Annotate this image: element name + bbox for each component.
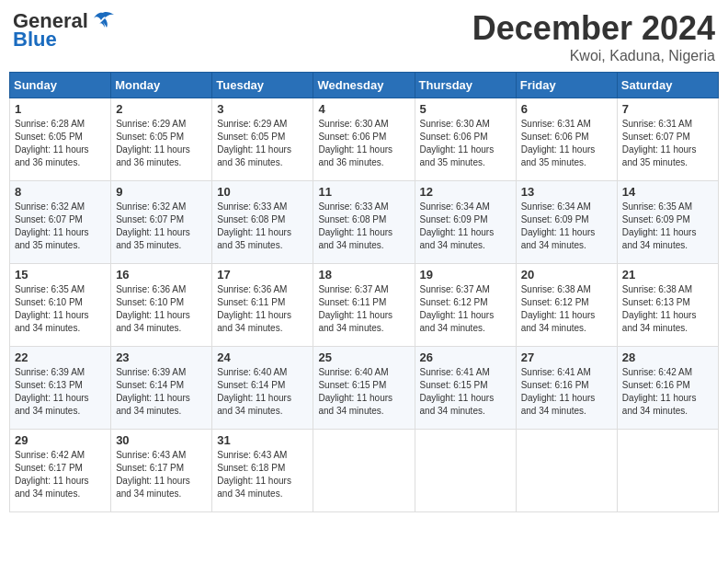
day-number: 8 xyxy=(15,185,106,199)
calendar-day-cell: 5 Sunrise: 6:30 AM Sunset: 6:06 PM Dayli… xyxy=(415,98,516,181)
calendar-day-cell: 27 Sunrise: 6:41 AM Sunset: 6:16 PM Dayl… xyxy=(516,347,617,430)
calendar-day-cell: 30 Sunrise: 6:43 AM Sunset: 6:17 PM Dayl… xyxy=(111,430,212,512)
day-of-week-header: Thursday xyxy=(415,73,516,98)
calendar-day-cell: 31 Sunrise: 6:43 AM Sunset: 6:18 PM Dayl… xyxy=(212,430,313,512)
day-info: Sunrise: 6:31 AM Sunset: 6:07 PM Dayligh… xyxy=(622,118,713,169)
day-info: Sunrise: 6:32 AM Sunset: 6:07 PM Dayligh… xyxy=(15,201,106,252)
day-info: Sunrise: 6:37 AM Sunset: 6:11 PM Dayligh… xyxy=(318,283,409,335)
calendar-day-cell: 22 Sunrise: 6:39 AM Sunset: 6:13 PM Dayl… xyxy=(10,347,111,430)
day-info: Sunrise: 6:42 AM Sunset: 6:17 PM Dayligh… xyxy=(15,449,106,500)
day-info: Sunrise: 6:34 AM Sunset: 6:09 PM Dayligh… xyxy=(521,201,612,252)
calendar-day-cell: 24 Sunrise: 6:40 AM Sunset: 6:14 PM Dayl… xyxy=(212,347,313,430)
day-number: 27 xyxy=(521,350,612,364)
calendar-day-cell: 29 Sunrise: 6:42 AM Sunset: 6:17 PM Dayl… xyxy=(10,430,111,512)
day-number: 17 xyxy=(217,268,308,282)
calendar-day-cell: 16 Sunrise: 6:36 AM Sunset: 6:10 PM Dayl… xyxy=(111,264,212,347)
calendar-day-cell: 12 Sunrise: 6:34 AM Sunset: 6:09 PM Dayl… xyxy=(415,181,516,264)
calendar-day-cell xyxy=(516,430,617,512)
day-info: Sunrise: 6:36 AM Sunset: 6:11 PM Dayligh… xyxy=(217,283,308,335)
day-info: Sunrise: 6:43 AM Sunset: 6:18 PM Dayligh… xyxy=(217,449,308,500)
day-info: Sunrise: 6:32 AM Sunset: 6:07 PM Dayligh… xyxy=(116,201,207,252)
calendar-day-cell: 15 Sunrise: 6:35 AM Sunset: 6:10 PM Dayl… xyxy=(10,264,111,347)
calendar-day-cell: 26 Sunrise: 6:41 AM Sunset: 6:15 PM Dayl… xyxy=(415,347,516,430)
calendar-day-cell: 25 Sunrise: 6:40 AM Sunset: 6:15 PM Dayl… xyxy=(313,347,415,430)
calendar-day-cell: 3 Sunrise: 6:29 AM Sunset: 6:05 PM Dayli… xyxy=(212,98,313,181)
day-number: 19 xyxy=(420,268,511,282)
day-number: 21 xyxy=(622,268,713,282)
day-number: 5 xyxy=(420,102,511,116)
day-number: 30 xyxy=(116,433,207,447)
day-info: Sunrise: 6:30 AM Sunset: 6:06 PM Dayligh… xyxy=(318,118,409,169)
day-info: Sunrise: 6:42 AM Sunset: 6:16 PM Dayligh… xyxy=(622,366,713,418)
day-info: Sunrise: 6:41 AM Sunset: 6:16 PM Dayligh… xyxy=(521,366,612,418)
day-of-week-header: Monday xyxy=(111,73,212,98)
calendar-day-cell: 13 Sunrise: 6:34 AM Sunset: 6:09 PM Dayl… xyxy=(516,181,617,264)
calendar-day-cell: 18 Sunrise: 6:37 AM Sunset: 6:11 PM Dayl… xyxy=(313,264,415,347)
calendar-day-cell: 9 Sunrise: 6:32 AM Sunset: 6:07 PM Dayli… xyxy=(111,181,212,264)
location: Kwoi, Kaduna, Nigeria xyxy=(472,48,715,64)
day-info: Sunrise: 6:40 AM Sunset: 6:14 PM Dayligh… xyxy=(217,366,308,418)
day-info: Sunrise: 6:33 AM Sunset: 6:08 PM Dayligh… xyxy=(318,201,409,252)
day-info: Sunrise: 6:39 AM Sunset: 6:14 PM Dayligh… xyxy=(116,366,207,418)
day-number: 18 xyxy=(318,268,409,282)
calendar-day-cell: 6 Sunrise: 6:31 AM Sunset: 6:06 PM Dayli… xyxy=(516,98,617,181)
day-info: Sunrise: 6:29 AM Sunset: 6:05 PM Dayligh… xyxy=(217,118,308,169)
day-of-week-header: Tuesday xyxy=(212,73,313,98)
day-number: 25 xyxy=(318,350,409,364)
day-number: 22 xyxy=(15,350,106,364)
day-number: 14 xyxy=(622,185,713,199)
calendar-day-cell: 4 Sunrise: 6:30 AM Sunset: 6:06 PM Dayli… xyxy=(313,98,415,181)
day-number: 15 xyxy=(15,268,106,282)
calendar-header-row: SundayMondayTuesdayWednesdayThursdayFrid… xyxy=(10,73,719,98)
month-title: December 2024 xyxy=(472,9,715,48)
calendar-day-cell: 19 Sunrise: 6:37 AM Sunset: 6:12 PM Dayl… xyxy=(415,264,516,347)
day-number: 12 xyxy=(420,185,511,199)
day-info: Sunrise: 6:28 AM Sunset: 6:05 PM Dayligh… xyxy=(15,118,106,169)
logo-bird-icon xyxy=(90,11,116,31)
day-info: Sunrise: 6:29 AM Sunset: 6:05 PM Dayligh… xyxy=(116,118,207,169)
calendar-week-row: 8 Sunrise: 6:32 AM Sunset: 6:07 PM Dayli… xyxy=(10,181,719,264)
day-info: Sunrise: 6:30 AM Sunset: 6:06 PM Dayligh… xyxy=(420,118,511,169)
calendar-day-cell xyxy=(415,430,516,512)
calendar-day-cell xyxy=(617,430,718,512)
calendar-day-cell: 14 Sunrise: 6:35 AM Sunset: 6:09 PM Dayl… xyxy=(617,181,718,264)
day-number: 3 xyxy=(217,102,308,116)
calendar-table: SundayMondayTuesdayWednesdayThursdayFrid… xyxy=(9,72,719,512)
logo: General Blue xyxy=(13,9,116,52)
calendar-day-cell: 8 Sunrise: 6:32 AM Sunset: 6:07 PM Dayli… xyxy=(10,181,111,264)
day-info: Sunrise: 6:39 AM Sunset: 6:13 PM Dayligh… xyxy=(15,366,106,418)
page-header: General Blue December 2024 Kwoi, Kaduna,… xyxy=(9,9,719,64)
day-info: Sunrise: 6:37 AM Sunset: 6:12 PM Dayligh… xyxy=(420,283,511,335)
calendar-week-row: 22 Sunrise: 6:39 AM Sunset: 6:13 PM Dayl… xyxy=(10,347,719,430)
day-info: Sunrise: 6:33 AM Sunset: 6:08 PM Dayligh… xyxy=(217,201,308,252)
calendar-day-cell: 20 Sunrise: 6:38 AM Sunset: 6:12 PM Dayl… xyxy=(516,264,617,347)
day-number: 20 xyxy=(521,268,612,282)
day-number: 26 xyxy=(420,350,511,364)
calendar-day-cell: 11 Sunrise: 6:33 AM Sunset: 6:08 PM Dayl… xyxy=(313,181,415,264)
day-info: Sunrise: 6:36 AM Sunset: 6:10 PM Dayligh… xyxy=(116,283,207,335)
calendar-day-cell: 7 Sunrise: 6:31 AM Sunset: 6:07 PM Dayli… xyxy=(617,98,718,181)
title-block: December 2024 Kwoi, Kaduna, Nigeria xyxy=(472,9,715,64)
calendar-day-cell: 1 Sunrise: 6:28 AM Sunset: 6:05 PM Dayli… xyxy=(10,98,111,181)
day-number: 29 xyxy=(15,433,106,447)
calendar-day-cell: 28 Sunrise: 6:42 AM Sunset: 6:16 PM Dayl… xyxy=(617,347,718,430)
calendar-day-cell: 23 Sunrise: 6:39 AM Sunset: 6:14 PM Dayl… xyxy=(111,347,212,430)
day-info: Sunrise: 6:41 AM Sunset: 6:15 PM Dayligh… xyxy=(420,366,511,418)
day-info: Sunrise: 6:38 AM Sunset: 6:13 PM Dayligh… xyxy=(622,283,713,335)
logo-text-blue: Blue xyxy=(13,28,57,52)
day-number: 9 xyxy=(116,185,207,199)
day-number: 7 xyxy=(622,102,713,116)
day-of-week-header: Saturday xyxy=(617,73,718,98)
day-number: 13 xyxy=(521,185,612,199)
calendar-day-cell: 17 Sunrise: 6:36 AM Sunset: 6:11 PM Dayl… xyxy=(212,264,313,347)
day-info: Sunrise: 6:31 AM Sunset: 6:06 PM Dayligh… xyxy=(521,118,612,169)
day-of-week-header: Wednesday xyxy=(313,73,415,98)
day-of-week-header: Sunday xyxy=(10,73,111,98)
day-number: 1 xyxy=(15,102,106,116)
calendar-week-row: 29 Sunrise: 6:42 AM Sunset: 6:17 PM Dayl… xyxy=(10,430,719,512)
day-info: Sunrise: 6:40 AM Sunset: 6:15 PM Dayligh… xyxy=(318,366,409,418)
day-number: 24 xyxy=(217,350,308,364)
day-number: 16 xyxy=(116,268,207,282)
day-of-week-header: Friday xyxy=(516,73,617,98)
day-number: 11 xyxy=(318,185,409,199)
